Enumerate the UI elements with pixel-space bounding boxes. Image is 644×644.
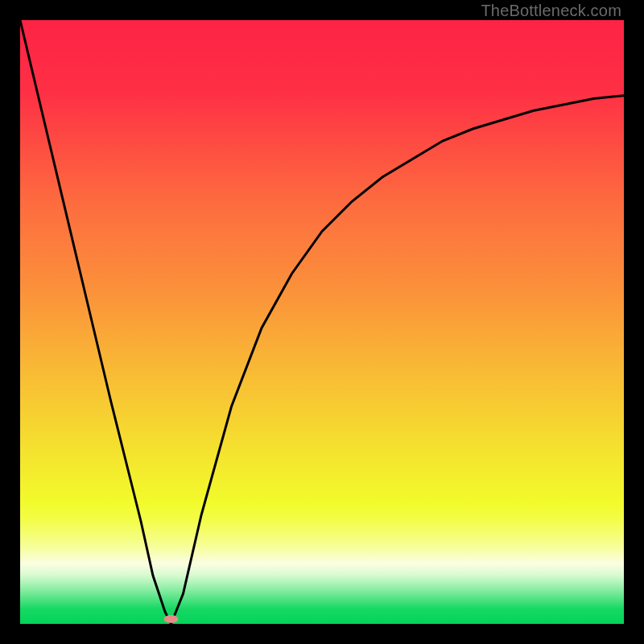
watermark-text: TheBottleneck.com	[481, 2, 621, 20]
bottleneck-curve	[20, 20, 624, 624]
plot-area	[20, 20, 624, 624]
curve-marker	[164, 615, 179, 623]
curve-layer	[20, 20, 624, 624]
chart-frame: TheBottleneck.com	[0, 0, 644, 644]
